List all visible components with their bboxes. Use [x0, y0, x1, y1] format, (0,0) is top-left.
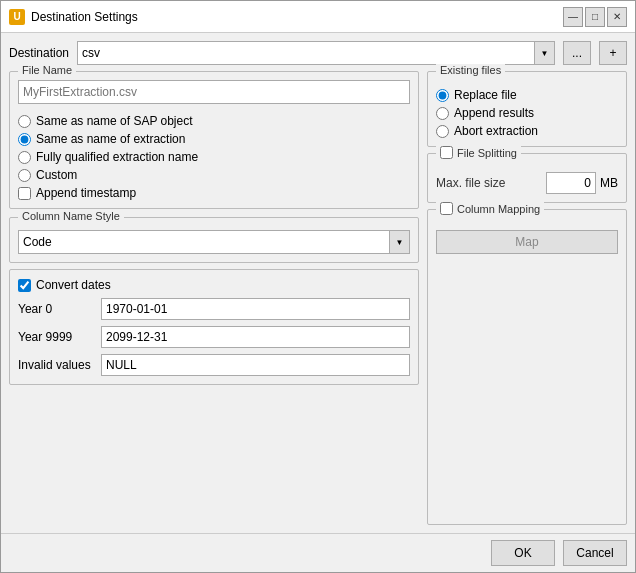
radio-replace-file[interactable]: Replace file [436, 88, 618, 102]
minimize-button[interactable]: — [563, 7, 583, 27]
radio-same-as-sap[interactable]: Same as name of SAP object [18, 114, 410, 128]
file-splitting-group: File Splitting Max. file size MB [427, 153, 627, 203]
radio-fully-qualified-input[interactable] [18, 151, 31, 164]
invalid-values-row: Invalid values [18, 354, 410, 376]
radio-same-as-extraction[interactable]: Same as name of extraction [18, 132, 410, 146]
destination-dropdown-arrow[interactable]: ▼ [535, 41, 555, 65]
invalid-values-input[interactable] [101, 354, 410, 376]
file-splitting-checkbox[interactable] [440, 146, 453, 159]
radio-same-as-extraction-label: Same as name of extraction [36, 132, 185, 146]
radio-append-results[interactable]: Append results [436, 106, 618, 120]
radio-fully-qualified-label: Fully qualified extraction name [36, 150, 198, 164]
year0-label: Year 0 [18, 302, 93, 316]
invalid-values-label: Invalid values [18, 358, 93, 372]
radio-abort-extraction[interactable]: Abort extraction [436, 124, 618, 138]
window-controls: — □ ✕ [563, 7, 627, 27]
max-file-size-label: Max. file size [436, 176, 542, 190]
destination-settings-window: U Destination Settings — □ ✕ Destination… [0, 0, 636, 573]
year0-input[interactable] [101, 298, 410, 320]
radio-same-as-sap-input[interactable] [18, 115, 31, 128]
dots-button[interactable]: ... [563, 41, 591, 65]
column-mapping-checkbox[interactable] [440, 202, 453, 215]
convert-dates-checkbox[interactable]: Convert dates [18, 278, 410, 292]
mb-label: MB [600, 176, 618, 190]
maximize-button[interactable]: □ [585, 7, 605, 27]
column-name-select-wrapper: ▼ [18, 230, 410, 254]
app-icon: U [9, 9, 25, 25]
radio-custom[interactable]: Custom [18, 168, 410, 182]
cancel-button[interactable]: Cancel [563, 540, 627, 566]
destination-select-wrapper: ▼ [77, 41, 555, 65]
radio-replace-file-input[interactable] [436, 89, 449, 102]
file-size-input[interactable] [546, 172, 596, 194]
main-panels: File Name Same as name of SAP object Sam… [9, 71, 627, 525]
ok-button[interactable]: OK [491, 540, 555, 566]
radio-append-results-input[interactable] [436, 107, 449, 120]
window-title: Destination Settings [31, 10, 563, 24]
convert-dates-group: Convert dates Year 0 Year 9999 Invalid v… [9, 269, 419, 385]
radio-custom-input[interactable] [18, 169, 31, 182]
file-name-radio-group: Same as name of SAP object Same as name … [18, 114, 410, 182]
append-timestamp-input[interactable] [18, 187, 31, 200]
right-panel: Existing files Replace file Append resul… [427, 71, 627, 525]
file-splitting-title-wrapper: File Splitting [436, 146, 521, 159]
radio-replace-file-label: Replace file [454, 88, 517, 102]
column-name-style-input[interactable] [18, 230, 390, 254]
year9999-label: Year 9999 [18, 330, 93, 344]
footer: OK Cancel [1, 533, 635, 572]
convert-dates-input[interactable] [18, 279, 31, 292]
existing-files-radio-group: Replace file Append results Abort extrac… [436, 88, 618, 138]
radio-abort-extraction-label: Abort extraction [454, 124, 538, 138]
year9999-row: Year 9999 [18, 326, 410, 348]
column-name-style-title: Column Name Style [18, 210, 124, 222]
column-mapping-title: Column Mapping [457, 203, 540, 215]
file-name-group: File Name Same as name of SAP object Sam… [9, 71, 419, 209]
year9999-input[interactable] [101, 326, 410, 348]
radio-abort-extraction-input[interactable] [436, 125, 449, 138]
window-content: Destination ▼ ... + File Name Same [1, 33, 635, 533]
plus-button[interactable]: + [599, 41, 627, 65]
file-size-row: Max. file size MB [436, 172, 618, 194]
destination-input[interactable] [77, 41, 535, 65]
title-bar: U Destination Settings — □ ✕ [1, 1, 635, 33]
destination-row: Destination ▼ ... + [9, 41, 627, 65]
column-name-dropdown-arrow[interactable]: ▼ [390, 230, 410, 254]
year0-row: Year 0 [18, 298, 410, 320]
close-button[interactable]: ✕ [607, 7, 627, 27]
existing-files-title: Existing files [436, 64, 505, 76]
file-splitting-title: File Splitting [457, 147, 517, 159]
column-name-style-group: Column Name Style ▼ [9, 217, 419, 263]
map-button[interactable]: Map [436, 230, 618, 254]
column-mapping-group: Column Mapping Map [427, 209, 627, 525]
radio-custom-label: Custom [36, 168, 77, 182]
append-timestamp-checkbox[interactable]: Append timestamp [18, 186, 410, 200]
radio-append-results-label: Append results [454, 106, 534, 120]
radio-same-as-extraction-input[interactable] [18, 133, 31, 146]
destination-label: Destination [9, 46, 69, 60]
file-name-group-title: File Name [18, 64, 76, 76]
left-panel: File Name Same as name of SAP object Sam… [9, 71, 419, 525]
radio-fully-qualified[interactable]: Fully qualified extraction name [18, 150, 410, 164]
existing-files-group: Existing files Replace file Append resul… [427, 71, 627, 147]
convert-dates-label: Convert dates [36, 278, 111, 292]
column-mapping-title-wrapper: Column Mapping [436, 202, 544, 215]
append-timestamp-label: Append timestamp [36, 186, 136, 200]
file-name-input[interactable] [18, 80, 410, 104]
radio-same-as-sap-label: Same as name of SAP object [36, 114, 193, 128]
